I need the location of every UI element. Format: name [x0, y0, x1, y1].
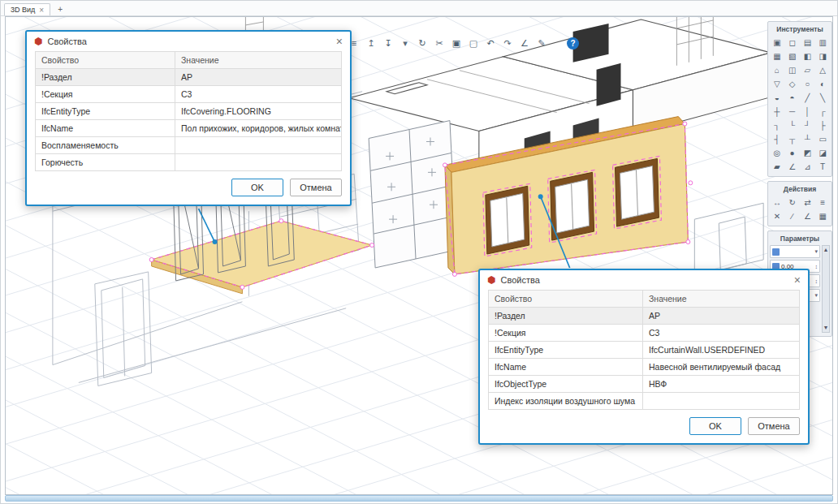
caret-down-icon[interactable]: ▾ [814, 292, 818, 299]
dimension-angular-icon[interactable]: ├ [816, 118, 830, 131]
array-icon[interactable]: ▦ [816, 209, 830, 222]
property-name: !Секция [489, 325, 643, 342]
plate-icon[interactable]: △ [816, 63, 830, 76]
elevation-icon[interactable]: └ [785, 118, 799, 131]
mark-icon[interactable]: ⊿ [801, 160, 814, 173]
offset-icon[interactable]: ≡ [816, 196, 830, 209]
property-row[interactable]: !РазделАР [36, 69, 342, 86]
mirror-icon[interactable]: ⇄ [801, 196, 814, 209]
close-icon[interactable]: × [794, 274, 801, 286]
undo-icon[interactable]: ↶ [483, 36, 498, 50]
axis-icon[interactable]: ◇ [785, 77, 799, 90]
dialog-title-bar[interactable]: ⬢ Свойства × [27, 32, 350, 51]
parameters-scrollbar[interactable]: ▲ ▼ [822, 245, 830, 333]
tab-bar: 3D Вид × + [1, 1, 837, 16]
door-icon[interactable]: ▧ [785, 50, 799, 62]
paste-icon[interactable]: ▢ [466, 36, 481, 50]
grid-icon[interactable]: ○ [801, 77, 814, 90]
circle-icon[interactable]: ╱ [801, 91, 814, 104]
level-icon[interactable]: ▽ [770, 77, 784, 90]
ok-button[interactable]: OK [689, 417, 741, 435]
param-type-icon [772, 248, 780, 256]
assembly-icon[interactable]: ● [785, 146, 799, 159]
split-icon[interactable]: ∕ [785, 209, 799, 222]
close-icon[interactable]: × [336, 36, 343, 47]
measure-icon[interactable]: ∠ [517, 36, 532, 50]
caret-down-icon[interactable]: ▾ [398, 36, 413, 50]
group-icon[interactable]: ◎ [770, 146, 784, 159]
dialog-title: Свойства [47, 37, 86, 46]
scroll-down-icon[interactable]: ▼ [823, 324, 829, 332]
polyline-icon[interactable]: ╲ [816, 91, 830, 104]
opening-icon[interactable]: ▥ [816, 36, 830, 49]
ok-button[interactable]: OK [231, 179, 283, 196]
duct-icon[interactable]: ▰ [770, 160, 784, 173]
property-row[interactable]: !РазделАР [489, 308, 800, 325]
property-row[interactable]: IfcObjectTypeНВФ [489, 376, 800, 393]
leader-icon[interactable]: ┬ [785, 132, 799, 145]
region-icon[interactable]: │ [801, 105, 814, 118]
facade-window [483, 183, 532, 256]
spline-icon[interactable]: ┼ [770, 105, 784, 118]
caret-down-icon[interactable]: ▾ [814, 248, 818, 255]
horizontal-scrollbar[interactable] [5, 495, 833, 502]
text-icon[interactable]: T [816, 160, 830, 173]
measure-icon[interactable]: ∠ [801, 209, 814, 222]
floor-icon[interactable]: ▤ [801, 36, 814, 49]
property-row[interactable]: IfcNameНавесной вентилируемый фасад [489, 359, 800, 376]
window-icon[interactable]: ▦ [770, 50, 784, 62]
property-row[interactable]: Воспламеняемость [36, 137, 342, 154]
property-row[interactable]: Горючесть [36, 154, 342, 171]
tab-close-icon[interactable]: × [39, 6, 44, 14]
orbit-icon[interactable]: ↻ [415, 36, 430, 50]
point-icon[interactable]: ◐ [816, 77, 830, 90]
copy-icon[interactable]: ▣ [449, 36, 464, 50]
equipment-icon[interactable]: ◩ [801, 146, 814, 159]
property-row[interactable]: IfcEntityTypeIfcCurtainWall.USERDEFINED [489, 342, 800, 359]
cancel-button[interactable]: Отмена [748, 417, 800, 435]
room-icon[interactable]: ┌ [816, 105, 830, 118]
rotate-icon[interactable]: ↻ [785, 196, 799, 209]
cancel-button[interactable]: Отмена [290, 179, 342, 196]
export-icon[interactable]: ↥ [364, 36, 378, 50]
wall-icon[interactable]: ▣ [770, 36, 784, 49]
column-header: Значение [175, 52, 342, 69]
actions-panel-title: Действия [770, 183, 830, 196]
railing-icon[interactable]: ▱ [801, 63, 814, 76]
beam-icon[interactable]: ◨ [816, 50, 830, 62]
ramp-icon[interactable]: ◫ [785, 63, 799, 76]
new-tab-button[interactable]: + [53, 3, 67, 15]
property-row[interactable]: !СекцияС3 [489, 325, 800, 342]
tab-label: 3D Вид [11, 6, 35, 14]
stair-icon[interactable]: ⌂ [770, 63, 784, 76]
style-select[interactable]: ▾ [770, 245, 820, 258]
spinner-icon[interactable]: ↕ [815, 264, 819, 269]
import-icon[interactable]: ↧ [381, 36, 395, 50]
tab-3d-view[interactable]: 3D Вид × [4, 3, 50, 15]
image-icon[interactable]: ▭ [816, 132, 830, 145]
dimension-linear-icon[interactable]: ┘ [801, 118, 814, 131]
arc-icon[interactable]: ◓ [785, 91, 799, 104]
help-icon[interactable]: ? [567, 37, 579, 50]
trim-icon[interactable]: ✕ [770, 209, 784, 222]
dialog-title-bar[interactable]: ⬢ Свойства × [480, 270, 808, 290]
table-icon[interactable]: ┴ [801, 132, 814, 145]
redo-icon[interactable]: ↷ [500, 36, 515, 50]
line-icon[interactable]: ◒ [770, 91, 784, 104]
dimension-radial-icon[interactable]: ┤ [770, 132, 784, 145]
cut-icon[interactable]: ✂ [432, 36, 447, 50]
property-row[interactable]: IfcEntityTypeIfcCovering.FLOORING [36, 103, 342, 120]
property-row[interactable]: !СекцияС3 [36, 86, 342, 103]
property-row[interactable]: Индекс изоляции воздушного шума [489, 393, 800, 410]
pipe-icon[interactable]: ◪ [816, 146, 830, 159]
cable-icon[interactable]: ∠ [785, 160, 799, 173]
scroll-up-icon[interactable]: ▲ [823, 246, 829, 254]
column-icon[interactable]: ◻ [785, 36, 799, 49]
move-icon[interactable]: ↔ [770, 196, 784, 209]
hatch-icon[interactable]: ─ [785, 105, 799, 118]
roof-icon[interactable]: ◧ [801, 50, 814, 62]
property-row[interactable]: IfcNameПол прихожих, коридоров, жилых ко… [36, 120, 342, 137]
spinner-icon[interactable]: ↕ [815, 278, 819, 284]
annotate-icon[interactable]: ✎ [534, 36, 549, 50]
section-icon[interactable]: ┐ [770, 118, 784, 131]
